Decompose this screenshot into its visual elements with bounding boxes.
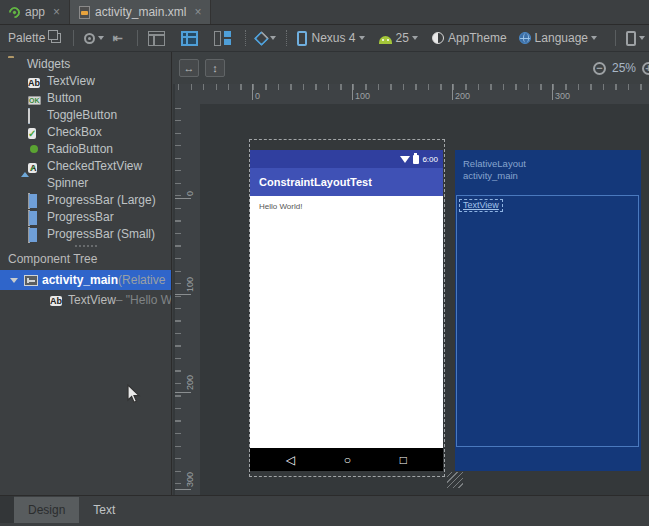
tab-text[interactable]: Text xyxy=(79,497,129,523)
blueprint-layout-id: activity_main xyxy=(463,170,526,182)
palette-item-radiobutton[interactable]: RadioButton xyxy=(0,140,171,157)
phone-icon xyxy=(626,31,636,46)
tree-row-textview[interactable]: Ab TextView – "Hello W xyxy=(0,290,171,310)
language-selector[interactable]: Language xyxy=(519,31,597,45)
design-surface: ↔ ↕ − 25% + 0 100 200 300 0 100 200 300 … xyxy=(173,52,649,495)
expander-icon[interactable] xyxy=(10,278,18,283)
tree-row-activity-main[interactable]: activity_main (Relative xyxy=(0,270,171,290)
close-icon[interactable]: × xyxy=(194,5,201,19)
gear-icon xyxy=(84,33,95,44)
mode-bar-lead xyxy=(0,496,14,523)
palette-settings-button[interactable] xyxy=(84,33,104,44)
blueprint-layout-type: RelativeLayout xyxy=(463,158,526,170)
mouse-cursor xyxy=(127,384,141,405)
match-height-button[interactable]: ↕ xyxy=(205,59,225,77)
palette-item-label: CheckedTextView xyxy=(47,159,142,173)
vertical-ruler: 0 100 200 300 xyxy=(175,104,200,495)
status-time: 6:00 xyxy=(422,155,438,164)
theme-selector[interactable]: AppTheme xyxy=(432,31,507,45)
group-by-icon xyxy=(51,33,61,43)
zoom-level: 25% xyxy=(612,61,636,75)
battery-icon xyxy=(413,155,419,164)
design-view-button[interactable] xyxy=(144,31,169,46)
blueprint-view-button[interactable] xyxy=(177,31,202,46)
zoom-in-button[interactable]: + xyxy=(642,62,649,75)
palette-item-progressbar-small[interactable]: ProgressBar (Small) xyxy=(0,225,171,242)
close-icon[interactable]: × xyxy=(53,5,60,19)
language-selector-label: Language xyxy=(535,31,588,45)
device-preview[interactable]: 6:00 ConstraintLayoutTest Hello World! ◁… xyxy=(250,150,443,471)
device-app-bar: ConstraintLayoutTest xyxy=(250,168,443,196)
chevron-down-icon xyxy=(412,36,418,40)
relativelayout-icon xyxy=(24,275,38,286)
palette-item-button[interactable]: OK Button xyxy=(0,89,171,106)
tab-activity-main-xml[interactable]: activity_main.xml × xyxy=(70,0,211,24)
palette-group-widgets[interactable]: Widgets xyxy=(0,55,171,72)
tree-child-name: TextView xyxy=(68,293,116,307)
palette-title: Palette xyxy=(0,31,45,45)
rotate-device-icon xyxy=(253,30,269,46)
palette-item-label: TextView xyxy=(47,74,95,88)
chevron-down-icon xyxy=(591,36,597,40)
panel-splitter[interactable] xyxy=(0,242,171,249)
design-view-icon xyxy=(148,31,165,46)
run-app-icon xyxy=(7,4,23,20)
chevron-down-icon xyxy=(639,36,645,40)
toolbar-separator xyxy=(137,30,138,46)
component-tree-title: Component Tree xyxy=(0,249,171,270)
palette-item-togglebutton[interactable]: ToggleButton xyxy=(0,106,171,123)
device-content-area[interactable]: Hello World! xyxy=(250,196,443,448)
both-views-button[interactable] xyxy=(210,31,235,46)
theme-selector-label: AppTheme xyxy=(448,31,507,45)
palette-item-label: RadioButton xyxy=(47,142,113,156)
blueprint-header: RelativeLayout activity_main xyxy=(463,158,526,182)
horizontal-arrows-icon: ↔ xyxy=(184,62,195,74)
blueprint-root-bounds[interactable]: TextView xyxy=(456,195,639,447)
orientation-button[interactable] xyxy=(256,33,276,44)
tab-app[interactable]: app × xyxy=(0,0,70,24)
hide-palette-button[interactable]: ⇤ xyxy=(112,31,122,45)
palette-item-checkbox[interactable]: ✓ CheckBox xyxy=(0,123,171,140)
palette-item-spinner[interactable]: Spinner xyxy=(0,174,171,191)
editor-tab-bar: app × activity_main.xml × xyxy=(0,0,649,25)
palette-group-button[interactable] xyxy=(51,33,63,43)
spinner-icon xyxy=(28,177,42,189)
chevron-down-icon xyxy=(359,36,365,40)
blueprint-view-icon xyxy=(181,31,198,46)
device-nav-bar: ◁ ○ □ xyxy=(250,448,443,471)
globe-icon xyxy=(519,32,531,44)
plus-icon: + xyxy=(645,62,649,74)
palette-item-label: ToggleButton xyxy=(47,108,117,122)
blueprint-view[interactable]: RelativeLayout activity_main TextView xyxy=(455,150,641,471)
virtual-device-button[interactable] xyxy=(626,31,645,46)
horizontal-ruler: 0 100 200 300 xyxy=(175,84,649,104)
toolbar-separator xyxy=(73,30,74,46)
tree-child-suffix: – "Hello W xyxy=(116,293,171,307)
progressbar-icon xyxy=(28,194,42,206)
chevron-down-icon xyxy=(98,36,104,40)
palette-item-progressbar-large[interactable]: ProgressBar (Large) xyxy=(0,191,171,208)
palette-item-label: CheckBox xyxy=(47,125,102,139)
textview-icon: Ab xyxy=(28,75,42,87)
blueprint-textview[interactable]: TextView xyxy=(459,199,503,212)
device-selector[interactable]: Nexus 4 xyxy=(297,31,365,46)
canvas-resize-handle[interactable] xyxy=(447,472,463,488)
progressbar-icon xyxy=(28,211,42,223)
tab-design[interactable]: Design xyxy=(14,497,79,523)
radiobutton-icon xyxy=(28,143,42,155)
checkedtextview-icon: A xyxy=(28,160,42,172)
device-status-bar: 6:00 xyxy=(250,150,443,168)
zoom-out-button[interactable]: − xyxy=(593,62,606,75)
palette-item-textview[interactable]: Ab TextView xyxy=(0,72,171,89)
designer-toolbar: Palette ⇤ Nexus 4 25 AppTheme Language xyxy=(0,25,649,52)
hello-world-textview[interactable]: Hello World! xyxy=(259,202,302,211)
match-width-button[interactable]: ↔ xyxy=(179,59,199,77)
wifi-icon xyxy=(400,156,410,163)
minus-icon: − xyxy=(596,62,602,74)
api-selector[interactable]: 25 xyxy=(379,31,418,45)
palette-item-progressbar[interactable]: ProgressBar xyxy=(0,208,171,225)
app-bar-title: ConstraintLayoutTest xyxy=(259,176,372,188)
toolbar-separator xyxy=(615,30,616,46)
palette-item-label: ProgressBar xyxy=(47,210,114,224)
tree-root-suffix: (Relative xyxy=(118,273,165,287)
